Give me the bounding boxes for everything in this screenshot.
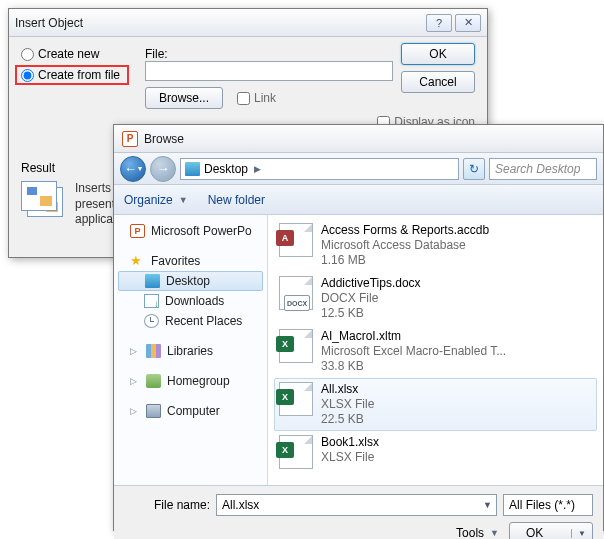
breadcrumb[interactable]: Desktop ▶	[180, 158, 459, 180]
filename-combo[interactable]: All.xlsx ▼	[216, 494, 497, 516]
desktop-icon	[145, 274, 160, 288]
chevron-down-icon: ▼	[177, 195, 190, 205]
link-label: Link	[254, 91, 276, 105]
homegroup-icon	[146, 374, 161, 388]
file-list: A Access Forms & Reports.accdb Microsoft…	[268, 215, 603, 485]
new-folder-button[interactable]: New folder	[208, 193, 265, 207]
close-button[interactable]: ✕	[455, 14, 481, 32]
desktop-icon	[185, 162, 200, 176]
xlsx-icon: X	[279, 382, 313, 416]
create-from-file-label: Create from file	[38, 68, 120, 82]
browse-dialog: P Browse ←▾ → Desktop ▶ ↻ Search Desktop…	[113, 124, 604, 531]
file-row[interactable]: DOCX AddictiveTips.docx DOCX File 12.5 K…	[274, 272, 597, 325]
link-checkbox-input[interactable]	[237, 92, 250, 105]
nav-computer[interactable]: ▷ Computer	[114, 401, 267, 421]
nav-homegroup[interactable]: ▷ Homegroup	[114, 371, 267, 391]
file-filter-combo[interactable]: All Files (*.*)	[503, 494, 593, 516]
powerpoint-icon: P	[122, 131, 138, 147]
recent-icon	[144, 314, 159, 328]
create-from-file-radio[interactable]: Create from file	[15, 65, 129, 85]
file-path-input[interactable]	[145, 61, 393, 81]
expand-icon[interactable]: ▷	[130, 346, 140, 356]
cancel-button[interactable]: Cancel	[401, 71, 475, 93]
nav-recent-places[interactable]: Recent Places	[114, 311, 267, 331]
powerpoint-small-icon: P	[130, 224, 145, 238]
organize-button[interactable]: Organize ▼	[124, 193, 190, 207]
xltm-icon: X	[279, 329, 313, 363]
nav-libraries[interactable]: ▷ Libraries	[114, 341, 267, 361]
libraries-icon	[146, 344, 161, 358]
back-button[interactable]: ←▾	[120, 156, 146, 182]
create-new-radio-input[interactable]	[21, 48, 34, 61]
nav-pane: P Microsoft PowerPo ★ Favorites Desktop …	[114, 215, 268, 485]
expand-icon[interactable]: ▷	[130, 406, 140, 416]
access-icon: A	[279, 223, 313, 257]
chevron-down-icon: ▼	[571, 529, 586, 538]
file-label: File:	[145, 47, 393, 61]
xlsx-icon: X	[279, 435, 313, 469]
browse-button[interactable]: Browse...	[145, 87, 223, 109]
browse-titlebar: P Browse	[114, 125, 603, 153]
forward-button[interactable]: →	[150, 156, 176, 182]
chevron-right-icon[interactable]: ▶	[252, 164, 263, 174]
star-icon: ★	[130, 254, 145, 268]
downloads-icon	[144, 294, 159, 308]
filename-label: File name:	[124, 498, 210, 512]
toolbar: Organize ▼ New folder	[114, 185, 603, 215]
search-input[interactable]: Search Desktop	[489, 158, 597, 180]
computer-icon	[146, 404, 161, 418]
refresh-button[interactable]: ↻	[463, 158, 485, 180]
tools-button[interactable]: Tools ▼	[456, 526, 501, 539]
chevron-down-icon: ▼	[488, 528, 501, 538]
panes: P Microsoft PowerPo ★ Favorites Desktop …	[114, 215, 603, 485]
open-ok-button[interactable]: OK ▼	[509, 522, 593, 539]
nav-downloads[interactable]: Downloads	[114, 291, 267, 311]
expand-icon[interactable]: ▷	[130, 376, 140, 386]
link-checkbox[interactable]: Link	[237, 91, 276, 105]
browse-title: Browse	[144, 132, 597, 146]
nav-desktop[interactable]: Desktop	[118, 271, 263, 291]
help-button[interactable]: ?	[426, 14, 452, 32]
insert-object-title: Insert Object	[15, 16, 423, 30]
address-bar: ←▾ → Desktop ▶ ↻ Search Desktop	[114, 153, 603, 185]
bottom-bar: File name: All.xlsx ▼ All Files (*.*) To…	[114, 485, 603, 539]
file-row-selected[interactable]: X All.xlsx XLSX File 22.5 KB	[274, 378, 597, 431]
result-icon-front	[21, 181, 57, 211]
chevron-down-icon: ▼	[483, 500, 492, 510]
nav-favorites[interactable]: ★ Favorites	[114, 251, 267, 271]
file-row[interactable]: X AI_MacroI.xltm Microsoft Excel Macro-E…	[274, 325, 597, 378]
nav-powerpoint[interactable]: P Microsoft PowerPo	[114, 221, 267, 241]
create-from-file-radio-input[interactable]	[21, 69, 34, 82]
create-new-radio[interactable]: Create new	[21, 47, 131, 61]
breadcrumb-desktop[interactable]: Desktop	[204, 162, 248, 176]
ok-button[interactable]: OK	[401, 43, 475, 65]
file-row[interactable]: X Book1.xlsx XLSX File	[274, 431, 597, 473]
docx-icon: DOCX	[279, 276, 313, 310]
file-row[interactable]: A Access Forms & Reports.accdb Microsoft…	[274, 219, 597, 272]
insert-object-titlebar: Insert Object ? ✕	[9, 9, 487, 37]
create-new-label: Create new	[38, 47, 99, 61]
